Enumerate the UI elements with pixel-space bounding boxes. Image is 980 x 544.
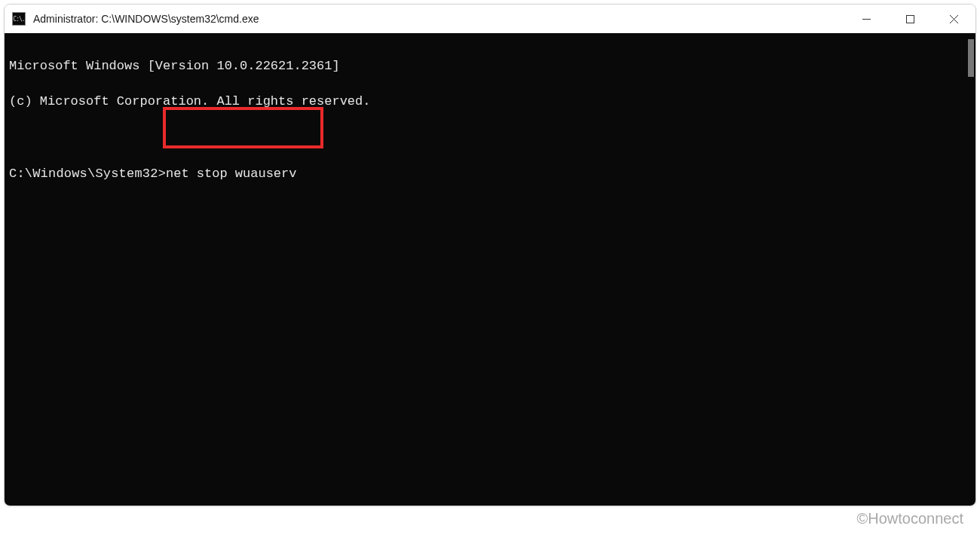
titlebar[interactable]: C:\. Administrator: C:\WINDOWS\system32\…	[5, 5, 975, 33]
terminal-line-copyright: (c) Microsoft Corporation. All rights re…	[9, 93, 971, 111]
cmd-window: C:\. Administrator: C:\WINDOWS\system32\…	[4, 4, 976, 506]
window-title: Administrator: C:\WINDOWS\system32\cmd.e…	[33, 13, 844, 25]
maximize-button[interactable]	[888, 5, 932, 33]
close-icon	[950, 15, 958, 23]
terminal-command: net stop wuauserv	[166, 167, 296, 181]
close-button[interactable]	[932, 5, 975, 33]
terminal-area[interactable]: Microsoft Windows [Version 10.0.22621.23…	[5, 33, 975, 506]
scrollbar-thumb[interactable]	[968, 39, 974, 77]
maximize-icon	[906, 15, 914, 23]
terminal-blank-line	[9, 129, 971, 147]
terminal-line-version: Microsoft Windows [Version 10.0.22621.23…	[9, 57, 971, 75]
minimize-button[interactable]	[844, 5, 888, 33]
window-controls	[844, 5, 975, 33]
svg-rect-1	[906, 15, 914, 23]
minimize-icon	[862, 15, 871, 23]
watermark-text: ©Howtoconnect	[857, 510, 963, 527]
terminal-prompt: C:\Windows\System32>	[9, 167, 166, 181]
cmd-app-icon: C:\.	[12, 12, 26, 26]
app-icon-label: C:\.	[13, 16, 24, 23]
terminal-prompt-line: C:\Windows\System32>net stop wuauserv	[9, 165, 971, 183]
